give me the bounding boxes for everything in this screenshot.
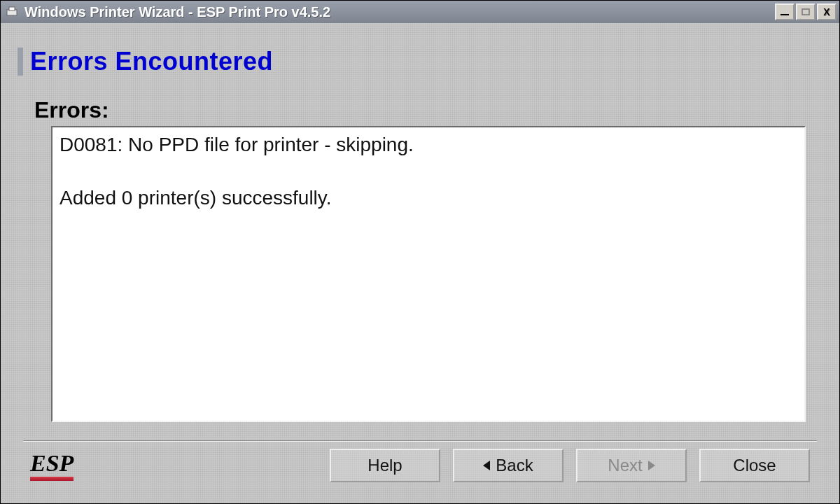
content-area: Errors Encountered Errors: D0081: No PPD… bbox=[1, 23, 839, 503]
next-button-label: Next bbox=[608, 456, 642, 475]
back-button-label: Back bbox=[496, 456, 533, 475]
app-icon bbox=[5, 5, 19, 19]
help-button[interactable]: Help bbox=[330, 449, 440, 482]
close-button[interactable]: Close bbox=[699, 449, 810, 482]
esp-logo-underline bbox=[30, 477, 74, 481]
back-button[interactable]: Back bbox=[453, 449, 564, 482]
triangle-right-icon bbox=[648, 461, 655, 470]
window-title: Windows Printer Wizard - ESP Print Pro v… bbox=[24, 4, 775, 20]
errors-label: Errors: bbox=[34, 97, 822, 123]
esp-logo-text: ESP bbox=[30, 450, 74, 476]
maximize-button bbox=[796, 4, 816, 20]
next-button: Next bbox=[576, 449, 687, 482]
close-window-button[interactable]: X bbox=[817, 4, 836, 20]
window-controls: X bbox=[775, 4, 839, 20]
close-button-label: Close bbox=[733, 456, 776, 475]
triangle-left-icon bbox=[483, 461, 490, 470]
esp-logo: ESP bbox=[30, 450, 74, 481]
page-heading: Errors Encountered bbox=[18, 47, 822, 76]
heading-text: Errors Encountered bbox=[30, 47, 273, 76]
titlebar[interactable]: Windows Printer Wizard - ESP Print Pro v… bbox=[1, 1, 839, 23]
svg-rect-1 bbox=[9, 7, 15, 10]
minimize-button[interactable] bbox=[775, 4, 794, 20]
wizard-window: Windows Printer Wizard - ESP Print Pro v… bbox=[0, 0, 840, 504]
wizard-buttons: Help Back Next Close bbox=[330, 449, 810, 482]
footer: ESP Help Back Next Close bbox=[18, 442, 822, 496]
heading-accent-bar bbox=[18, 48, 23, 76]
help-button-label: Help bbox=[368, 456, 402, 475]
errors-textbox[interactable]: D0081: No PPD file for printer - skippin… bbox=[51, 126, 806, 422]
